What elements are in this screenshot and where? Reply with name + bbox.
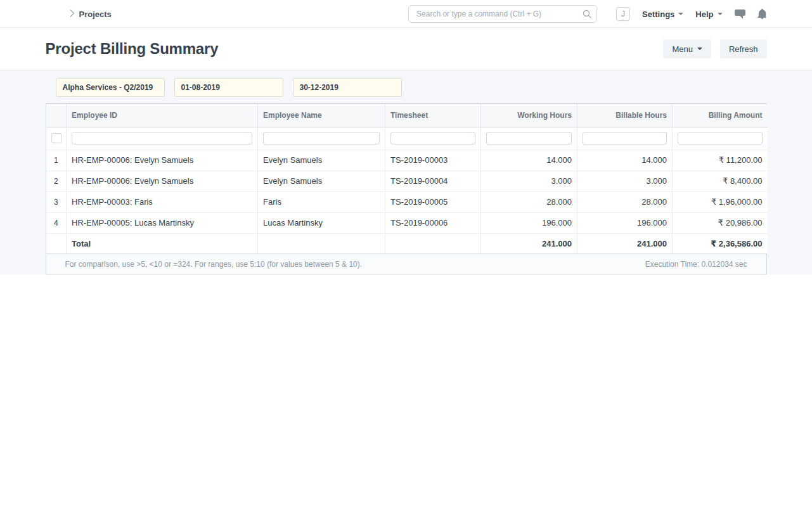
cell-working-hours[interactable]: 28.000 <box>481 191 577 212</box>
column-filter-row <box>46 127 768 150</box>
refresh-button[interactable]: Refresh <box>720 39 767 58</box>
from-date-filter-input[interactable] <box>174 78 283 97</box>
total-row-index <box>46 233 67 254</box>
announcement-icon[interactable] <box>735 10 745 19</box>
cell-working-hours[interactable]: 14.000 <box>481 150 577 170</box>
avatar[interactable]: J <box>616 7 630 21</box>
cell-timesheet[interactable]: TS-2019-00005 <box>385 191 481 212</box>
cell-employee-id[interactable]: HR-EMP-00003: Faris <box>67 191 258 212</box>
cell-timesheet[interactable]: TS-2019-00006 <box>385 212 481 233</box>
search-icon <box>583 10 591 21</box>
row-index: 3 <box>46 191 67 212</box>
table-row[interactable]: 2 HR-EMP-00006: Evelyn Samuels Evelyn Sa… <box>46 170 768 191</box>
chevron-down-icon <box>697 48 702 50</box>
chevron-right-icon <box>70 8 75 20</box>
table-row[interactable]: 1 HR-EMP-00006: Evelyn Samuels Evelyn Sa… <box>46 150 768 170</box>
menu-button[interactable]: Menu <box>663 39 711 58</box>
settings-label: Settings <box>642 10 674 19</box>
avatar-initial: J <box>621 10 625 18</box>
report-content: Employee ID Employee Name Timesheet Work… <box>0 70 812 274</box>
index-column-header <box>46 104 67 127</box>
table-row[interactable]: 3 HR-EMP-00003: Faris Faris TS-2019-0000… <box>46 191 768 212</box>
project-filter-input[interactable] <box>56 78 165 97</box>
cell-employee-id[interactable]: HR-EMP-00006: Evelyn Samuels <box>67 170 258 191</box>
cell-timesheet[interactable]: TS-2019-00004 <box>385 170 481 191</box>
column-header-working-hours[interactable]: Working Hours <box>481 104 577 127</box>
chevron-down-icon <box>678 13 683 15</box>
cell-employee-name[interactable]: Lucas Martinsky <box>258 212 385 233</box>
cell-billing-amount[interactable]: ₹ 11,200.00 <box>673 150 768 170</box>
total-billable-hours: 241.000 <box>577 233 673 254</box>
cell-employee-name[interactable]: Evelyn Samuels <box>258 150 385 170</box>
total-employee-name <box>258 233 385 254</box>
table-header-row: Employee ID Employee Name Timesheet Work… <box>46 104 768 127</box>
comparison-hint: For comparison, use >5, <10 or =324. For… <box>65 260 363 269</box>
report-filters <box>56 78 767 97</box>
breadcrumb[interactable]: Projects <box>70 8 112 20</box>
index-filter-input[interactable] <box>51 133 61 143</box>
page-actions: Menu Refresh <box>663 39 766 58</box>
global-search <box>408 5 597 23</box>
datatable-footer: For comparison, use >5, <10 or =324. For… <box>46 254 766 274</box>
navbar-right: J Settings Help <box>616 7 766 21</box>
cell-billable-hours[interactable]: 3.000 <box>577 170 673 191</box>
cell-billing-amount[interactable]: ₹ 20,986.00 <box>673 212 768 233</box>
cell-employee-name[interactable]: Evelyn Samuels <box>258 170 385 191</box>
cell-employee-id[interactable]: HR-EMP-00005: Lucas Martinsky <box>67 212 258 233</box>
column-header-billing-amount[interactable]: Billing Amount <box>673 104 768 127</box>
cell-billing-amount[interactable]: ₹ 8,400.00 <box>673 170 768 191</box>
breadcrumb-projects-link[interactable]: Projects <box>79 10 112 19</box>
report-datatable: Employee ID Employee Name Timesheet Work… <box>46 103 767 274</box>
menu-button-label: Menu <box>672 44 693 54</box>
to-date-filter-input[interactable] <box>293 78 402 97</box>
cell-working-hours[interactable]: 3.000 <box>481 170 577 191</box>
page-head: Project Billing Summary Menu Refresh <box>0 28 812 70</box>
working-hours-filter-input[interactable] <box>486 132 572 144</box>
employee-name-filter-input[interactable] <box>263 132 380 144</box>
employee-id-filter-input[interactable] <box>72 132 252 144</box>
row-index: 1 <box>46 150 67 170</box>
help-label: Help <box>695 10 713 19</box>
column-header-timesheet[interactable]: Timesheet <box>385 104 481 127</box>
cell-timesheet[interactable]: TS-2019-00003 <box>385 150 481 170</box>
billing-amount-filter-input[interactable] <box>678 132 763 144</box>
total-working-hours: 241.000 <box>481 233 577 254</box>
total-billing-amount: ₹ 2,36,586.00 <box>673 233 768 254</box>
refresh-button-label: Refresh <box>729 44 758 54</box>
cell-billable-hours[interactable]: 196.000 <box>577 212 673 233</box>
help-menu[interactable]: Help <box>695 10 722 19</box>
search-input[interactable] <box>408 5 597 23</box>
total-row: Total 241.000 241.000 ₹ 2,36,586.00 <box>46 233 768 254</box>
bell-icon[interactable] <box>757 9 767 19</box>
cell-billable-hours[interactable]: 28.000 <box>577 191 673 212</box>
cell-employee-name[interactable]: Faris <box>258 191 385 212</box>
total-label: Total <box>67 233 258 254</box>
cell-billing-amount[interactable]: ₹ 1,96,000.00 <box>673 191 768 212</box>
row-index: 4 <box>46 212 67 233</box>
cell-employee-id[interactable]: HR-EMP-00006: Evelyn Samuels <box>67 150 258 170</box>
page-title: Project Billing Summary <box>46 40 219 58</box>
row-index: 2 <box>46 170 67 191</box>
total-timesheet <box>385 233 481 254</box>
cell-billable-hours[interactable]: 14.000 <box>577 150 673 170</box>
table-row[interactable]: 4 HR-EMP-00005: Lucas Martinsky Lucas Ma… <box>46 212 768 233</box>
report-table: Employee ID Employee Name Timesheet Work… <box>46 104 768 254</box>
navbar: Projects J Settings Help <box>0 0 812 28</box>
column-header-employee-id[interactable]: Employee ID <box>67 104 258 127</box>
settings-menu[interactable]: Settings <box>642 10 683 19</box>
cell-working-hours[interactable]: 196.000 <box>481 212 577 233</box>
chevron-down-icon <box>718 13 723 15</box>
column-header-employee-name[interactable]: Employee Name <box>258 104 385 127</box>
column-header-billable-hours[interactable]: Billable Hours <box>577 104 673 127</box>
execution-time: Execution Time: 0.012034 sec <box>645 260 747 269</box>
billable-hours-filter-input[interactable] <box>583 132 667 144</box>
timesheet-filter-input[interactable] <box>390 132 475 144</box>
